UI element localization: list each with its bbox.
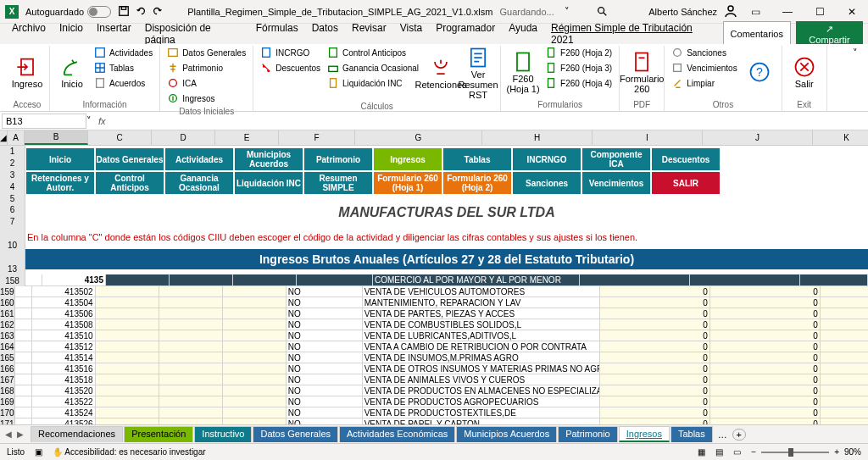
cell-value[interactable]: 0 [600,418,710,424]
row-header[interactable]: 163 [0,330,15,341]
row-header[interactable] [0,251,25,263]
row-header[interactable]: 5 [0,192,25,204]
cell-no[interactable]: NO [287,330,363,341]
nav-inicio[interactable]: Inicio [26,148,94,170]
incrngo-button[interactable]: INCRGO [259,46,322,59]
cell-value[interactable]: 0 [710,341,821,352]
cell-value[interactable]: 0 [821,418,868,424]
cell-input[interactable] [96,308,159,319]
cell-input[interactable] [223,363,287,374]
cell-input[interactable] [96,374,159,385]
sheet-tab-presentación[interactable]: Presentación [124,426,193,442]
cell-value[interactable]: 0 [710,286,821,297]
cell-code[interactable]: 413512 [32,341,96,352]
cell-input[interactable] [159,330,223,341]
cell-no[interactable]: NO [287,286,363,297]
actividades-button[interactable]: Actividades [92,46,154,59]
cell-no[interactable]: NO [287,418,363,424]
cell-input[interactable] [223,385,287,396]
nav-incrngo[interactable]: INCRNGO [513,148,581,170]
formula-bar[interactable] [113,119,868,123]
cell-input[interactable] [96,385,159,396]
cell-no[interactable]: NO [287,396,363,407]
tab-more-icon[interactable]: … [718,430,727,440]
cell-desc[interactable]: VENTA A CAMBIO DE RETRIBUCION O POR CONT… [363,341,600,352]
cell-code[interactable]: 413524 [32,407,96,418]
view-pagebreak-icon[interactable]: ▭ [733,447,741,457]
ingresos-button[interactable]: Ingresos [165,91,248,105]
cell-input[interactable] [159,341,223,352]
nav-formulario-260-hoja-2-[interactable]: Formulario 260 (Hoja 2) [443,172,511,194]
col-header-D[interactable]: D [152,130,215,145]
nav-datos-generales[interactable]: Datos Generales [96,148,164,170]
sheet-tab-municipios-acuerdos[interactable]: Municipios Acuerdos [456,426,557,442]
cell-input[interactable] [96,363,159,374]
nav-sanciones[interactable]: Sanciones [513,172,581,194]
pdf-button[interactable]: Formulario 260 [625,46,659,98]
cell-value[interactable]: 0 [821,319,868,330]
cell-no[interactable]: NO [287,363,363,374]
cell-value[interactable]: 0 [710,385,821,396]
cell-value[interactable]: 0 [821,352,868,363]
cell-desc[interactable]: VENTA DE ANIMALES VIVOS Y CUEROS [363,374,600,385]
acuerdos-button[interactable]: Acuerdos [92,76,154,90]
col-header-G[interactable]: G [355,130,482,145]
cell-value[interactable]: 0 [600,352,710,363]
worksheet-grid[interactable]: 12345671013 InicioDatos GeneralesActivid… [0,146,868,424]
cell-value[interactable]: 0 [710,319,821,330]
cell-desc[interactable]: VENTA DE PARTES, PIEZAS Y ACCES [363,308,600,319]
nav-municipios-acuerdos[interactable]: Municipios Acuerdos [235,148,303,170]
save-icon[interactable] [118,5,130,19]
col-header-H[interactable]: H [482,130,593,145]
col-header-A[interactable]: A [8,130,25,145]
cell-value[interactable]: 0 [710,374,821,385]
ingreso-button[interactable]: Ingreso [10,46,44,98]
nav-vencimientos[interactable]: Vencimientos [582,172,650,194]
cell-desc[interactable]: VENTA DE COMBUSTIBLES SOLIDOS,L [363,319,600,330]
cell-input[interactable] [223,297,287,308]
cell-code[interactable]: 413514 [32,352,96,363]
cell-desc[interactable]: VENTA DE PRODUCTOS AGROPECUARIOS [363,396,600,407]
row-header[interactable]: 2 [0,158,25,169]
cell-input[interactable] [159,308,223,319]
cell-code[interactable]: 413518 [32,374,96,385]
chevron-down-icon[interactable]: ˅ [565,6,570,17]
row-header[interactable]: 6 [0,204,25,216]
col-header-J[interactable]: J [703,130,813,145]
cell-no[interactable]: NO [287,308,363,319]
nav-retenciones-y-autorr-[interactable]: Retenciones y Autorr. [26,172,94,194]
cell-value[interactable]: 0 [600,308,710,319]
cell-input[interactable] [96,297,159,308]
cell-no[interactable]: NO [287,341,363,352]
sheet-tab-tablas[interactable]: Tablas [670,426,713,442]
cell-code[interactable]: 413526 [32,418,96,424]
cell-code[interactable]: 413522 [32,396,96,407]
cell-value[interactable]: 0 [600,319,710,330]
zoom-slider[interactable] [761,452,829,453]
nav-tablas[interactable]: Tablas [443,148,511,170]
cell-input[interactable] [159,407,223,418]
row-header[interactable]: 165 [0,352,15,363]
cell-value[interactable]: 0 [821,308,868,319]
cell-value[interactable]: 0 [821,407,868,418]
cell-desc[interactable]: VENTA DE INSUMOS,M.PRIMAS AGRO [363,352,600,363]
zoom-in-icon[interactable]: + [834,447,839,457]
nav-descuentos[interactable]: Descuentos [652,148,720,170]
cell-input[interactable] [159,385,223,396]
row-header[interactable]: 169 [0,396,15,407]
sheet-tab-recomendaciones[interactable]: Recomendaciones [31,426,123,442]
row-header[interactable]: 160 [0,297,15,308]
cell-desc[interactable]: VENTA DE VEHICULOS AUTOMOTORES [363,286,600,297]
cell-input[interactable] [223,319,287,330]
row-header[interactable]: 159 [0,286,15,297]
cell-no[interactable]: NO [287,297,363,308]
cell-input[interactable] [159,286,223,297]
select-all-corner[interactable]: ◢ [0,130,8,145]
nav-formulario-260-hoja-1-[interactable]: Formulario 260 (Hoja 1) [374,172,442,194]
nav-salir[interactable]: SALIR [652,172,720,194]
limpiar-button[interactable]: Limpiar [670,76,738,90]
search-icon[interactable] [596,5,608,19]
collapse-ribbon-icon[interactable]: ˅ [848,46,863,60]
row-header[interactable]: 167 [0,374,15,385]
nav-ganancia-ocasional[interactable]: Ganancia Ocasional [165,172,233,194]
